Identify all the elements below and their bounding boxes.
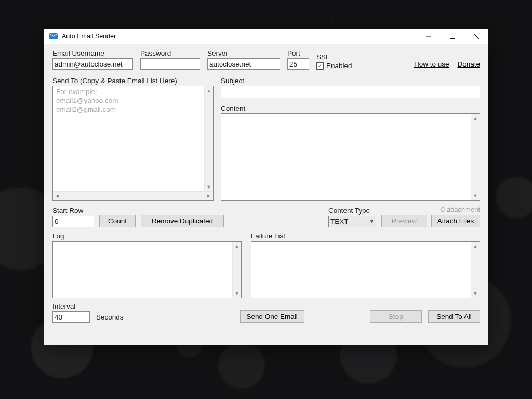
failure-list-output[interactable]: ▲▼ [251,241,480,298]
scrollbar-vertical[interactable]: ▲▼ [232,242,241,298]
failure-list-label: Failure List [251,232,480,240]
start-row-input[interactable] [52,216,94,227]
content-type-select[interactable]: TEXT [328,216,376,227]
chevron-down-icon: ▼ [471,289,480,298]
send-to-placeholder: For example: email1@yahoo.com email2@gma… [56,88,118,114]
window-title: Auto Email Sender [62,33,116,40]
client-area: Email Username Password Server Port SSL … [44,44,488,345]
app-window: Auto Email Sender Email Username Passwor… [44,29,488,345]
log-output[interactable]: ▲▼ [52,241,242,298]
ssl-label: SSL [316,53,352,61]
chevron-left-icon: ◀ [53,192,62,200]
remove-duplicated-button[interactable]: Remove Duplicated [141,215,224,227]
scrollbar-vertical[interactable]: ▲▼ [471,242,480,298]
attachment-count: 0 attachment [381,206,480,214]
chevron-down-icon: ▼ [205,182,213,191]
subject-label: Subject [221,77,480,85]
send-to-input[interactable]: For example: email1@yahoo.com email2@gma… [52,86,214,201]
send-one-email-button[interactable]: Send One Email [240,310,304,323]
close-button[interactable] [464,29,488,44]
how-to-use-link[interactable]: How to use [414,60,449,68]
send-to-label: Send To (Copy & Paste Email List Here) [52,77,214,85]
username-label: Email Username [52,49,133,57]
check-icon: ✓ [316,62,324,70]
preview-button[interactable]: Preview [381,215,427,227]
chevron-right-icon: ▶ [204,192,213,200]
stop-button[interactable]: Stop [370,310,422,323]
chevron-up-icon: ▲ [471,242,480,250]
chevron-down-icon: ▼ [471,191,480,200]
username-input[interactable] [52,58,133,70]
maximize-button[interactable] [441,29,464,44]
content-input[interactable]: ▲▼ [221,113,480,201]
attach-files-button[interactable]: Attach Files [431,215,480,227]
scrollbar-vertical[interactable]: ▲▼ [204,86,213,191]
start-row-label: Start Row [52,207,94,215]
log-label: Log [52,232,242,240]
chevron-down-icon: ▼ [233,289,241,298]
chevron-up-icon: ▲ [233,242,241,250]
interval-label: Interval [52,302,90,310]
minimize-button[interactable] [417,29,441,44]
mail-icon [49,33,58,39]
port-input[interactable] [287,58,309,70]
send-to-all-button[interactable]: Send To All [428,310,480,323]
port-label: Port [287,49,309,57]
chevron-up-icon: ▲ [471,114,480,123]
password-label: Password [140,49,200,57]
title-bar: Auto Email Sender [44,29,488,44]
server-label: Server [207,49,280,57]
subject-input[interactable] [221,86,480,98]
chevron-up-icon: ▲ [205,86,213,95]
count-button[interactable]: Count [99,215,136,227]
password-input[interactable] [140,58,200,70]
svg-rect-2 [450,34,455,38]
interval-input[interactable] [52,311,90,323]
scrollbar-horizontal[interactable]: ◀▶ [53,191,213,200]
ssl-checkbox[interactable]: ✓ Enabled [316,62,352,70]
server-input[interactable] [207,58,280,70]
content-label: Content [221,104,480,112]
scrollbar-vertical[interactable]: ▲▼ [471,114,480,200]
ssl-enabled-label: Enabled [326,62,352,70]
donate-link[interactable]: Donate [457,60,480,68]
seconds-label: Seconds [96,313,124,323]
content-type-label: Content Type [328,207,376,215]
